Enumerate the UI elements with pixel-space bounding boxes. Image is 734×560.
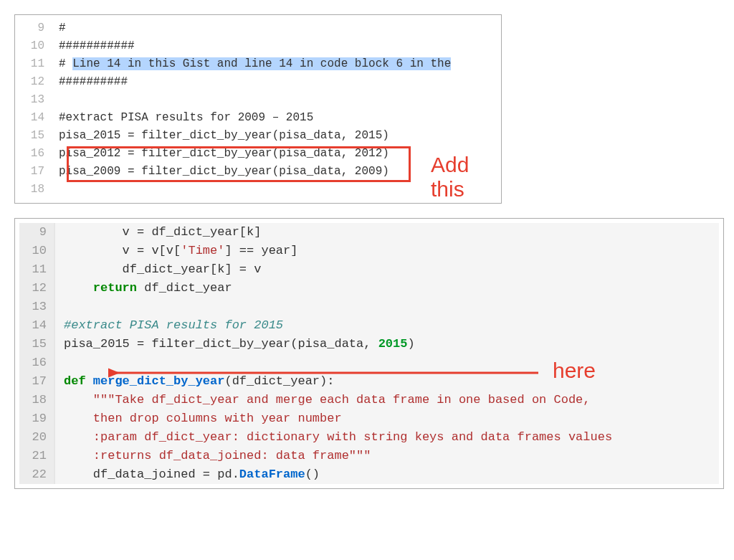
code-content: df_data_joined = pd.DataFrame() bbox=[64, 465, 719, 484]
line-number: 10 bbox=[19, 37, 59, 55]
line-number: 10 bbox=[19, 242, 55, 260]
code-line: 14 #extract PISA results for 2009 – 2015 bbox=[19, 109, 497, 127]
code-block-1: 9 # 10 ########### 11 # Line 14 in this … bbox=[19, 19, 497, 199]
line-number: 15 bbox=[19, 335, 55, 353]
line-number: 13 bbox=[19, 298, 55, 316]
line-number: 16 bbox=[19, 145, 59, 163]
code-line: 11 # Line 14 in this Gist and line 14 in… bbox=[19, 55, 497, 73]
text-selection: Line 14 in this Gist and line 14 in code… bbox=[72, 57, 451, 70]
line-number: 9 bbox=[19, 223, 55, 242]
line-number: 14 bbox=[19, 109, 59, 127]
code-line: 9 # bbox=[19, 19, 497, 37]
code-line: 12 ########## bbox=[19, 73, 497, 91]
line-number: 15 bbox=[19, 127, 59, 145]
code-line: 20 :param df_dict_year: dictionary with … bbox=[19, 428, 719, 447]
line-number: 13 bbox=[19, 91, 59, 109]
code-content: # bbox=[59, 19, 497, 37]
code-content: then drop columns with year number bbox=[64, 409, 719, 428]
code-content: df_dict_year[k] = v bbox=[64, 260, 719, 279]
code-content: ########## bbox=[59, 73, 497, 91]
code-line: 10 ########### bbox=[19, 37, 497, 55]
code-line: 15pisa_2015 = filter_dict_by_year(pisa_d… bbox=[19, 335, 719, 353]
code-content: ########### bbox=[59, 37, 497, 55]
code-line: 16 pisa_2012 = filter_dict_by_year(pisa_… bbox=[19, 145, 497, 163]
code-line: 10 v = v[v['Time'] == year] bbox=[19, 242, 719, 260]
code-line: 17def merge_dict_by_year(df_dict_year): bbox=[19, 372, 719, 391]
code-content: :returns df_data_joined: data frame""" bbox=[64, 447, 719, 465]
code-content: pisa_2009 = filter_dict_by_year(pisa_dat… bbox=[59, 163, 497, 181]
code-line: 18 """Take df_dict_year and merge each d… bbox=[19, 391, 719, 409]
code-content: pisa_2015 = filter_dict_by_year(pisa_dat… bbox=[64, 335, 719, 353]
code-block-2: 9 v = df_dict_year[k]10 v = v[v['Time'] … bbox=[19, 223, 719, 484]
code-content: #extract PISA results for 2015 bbox=[64, 316, 719, 335]
line-number: 20 bbox=[19, 428, 55, 447]
line-number: 18 bbox=[19, 181, 59, 199]
line-number: 14 bbox=[19, 316, 55, 335]
line-number: 16 bbox=[19, 353, 55, 372]
code-content: #extract PISA results for 2009 – 2015 bbox=[59, 109, 497, 127]
line-number: 17 bbox=[19, 163, 59, 181]
line-number: 21 bbox=[19, 447, 55, 465]
line-number: 11 bbox=[19, 260, 55, 279]
code-content: def merge_dict_by_year(df_dict_year): bbox=[64, 372, 719, 391]
code-line: 21 :returns df_data_joined: data frame""… bbox=[19, 447, 719, 465]
line-number: 17 bbox=[19, 372, 55, 391]
line-number: 11 bbox=[19, 55, 59, 73]
code-line: 22 df_data_joined = pd.DataFrame() bbox=[19, 465, 719, 484]
code-line: 16 bbox=[19, 353, 719, 372]
code-line: 15 pisa_2015 = filter_dict_by_year(pisa_… bbox=[19, 127, 497, 145]
code-panel-1: 9 # 10 ########### 11 # Line 14 in this … bbox=[14, 14, 502, 204]
code-line: 19 then drop columns with year number bbox=[19, 409, 719, 428]
code-line: 12 return df_dict_year bbox=[19, 279, 719, 298]
line-number: 12 bbox=[19, 73, 59, 91]
line-number: 22 bbox=[19, 465, 55, 484]
code-content: # Line 14 in this Gist and line 14 in co… bbox=[59, 55, 497, 73]
line-number: 9 bbox=[19, 19, 59, 37]
code-content: pisa_2012 = filter_dict_by_year(pisa_dat… bbox=[59, 145, 497, 163]
line-number: 12 bbox=[19, 279, 55, 298]
line-number: 19 bbox=[19, 409, 55, 428]
code-line: 13 bbox=[19, 298, 719, 316]
code-line: 9 v = df_dict_year[k] bbox=[19, 223, 719, 242]
code-line: 17 pisa_2009 = filter_dict_by_year(pisa_… bbox=[19, 163, 497, 181]
code-content: v = df_dict_year[k] bbox=[64, 223, 719, 242]
code-content: return df_dict_year bbox=[64, 279, 719, 298]
code-line: 14#extract PISA results for 2015 bbox=[19, 316, 719, 335]
line-number: 18 bbox=[19, 391, 55, 409]
code-line: 13 bbox=[19, 91, 497, 109]
code-panel-2: 9 v = df_dict_year[k]10 v = v[v['Time'] … bbox=[14, 218, 724, 489]
code-content: """Take df_dict_year and merge each data… bbox=[64, 391, 719, 409]
code-line: 11 df_dict_year[k] = v bbox=[19, 260, 719, 279]
code-line: 18 bbox=[19, 181, 497, 199]
code-content: pisa_2015 = filter_dict_by_year(pisa_dat… bbox=[59, 127, 497, 145]
code-content: v = v[v['Time'] == year] bbox=[64, 242, 719, 260]
code-content: :param df_dict_year: dictionary with str… bbox=[64, 428, 719, 447]
